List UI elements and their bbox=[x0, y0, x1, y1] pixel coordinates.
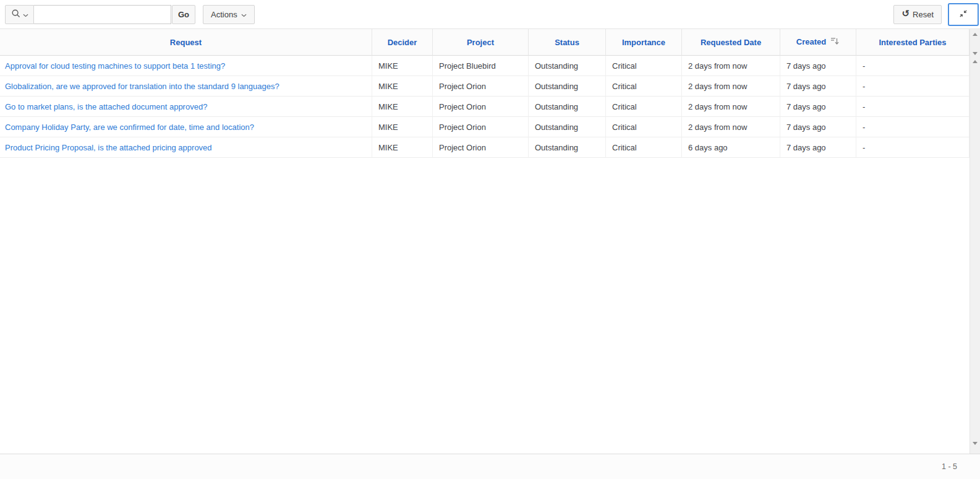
table-header-row: RequestDeciderProjectStatusImportanceReq… bbox=[0, 29, 969, 56]
cell-created: 7 days ago bbox=[780, 117, 856, 137]
chevron-down-icon bbox=[241, 10, 247, 19]
cell-interested_parties: - bbox=[856, 56, 969, 76]
search-bar: Go Actions bbox=[5, 5, 255, 24]
table-row: Product Pricing Proposal, is the attache… bbox=[0, 137, 969, 158]
cell-request: Approval for cloud testing machines to s… bbox=[0, 56, 372, 76]
cell-status: Outstanding bbox=[529, 137, 606, 158]
cell-request: Product Pricing Proposal, is the attache… bbox=[0, 137, 372, 158]
scroll-down-icon[interactable] bbox=[970, 52, 980, 55]
search-icon bbox=[11, 9, 21, 20]
chevron-down-icon bbox=[23, 10, 28, 19]
request-link[interactable]: Company Holiday Party, are we confirmed … bbox=[5, 123, 254, 132]
pagination-range: 1 - 5 bbox=[942, 462, 957, 471]
report-grid-region: RequestDeciderProjectStatusImportanceReq… bbox=[0, 29, 980, 454]
cell-interested_parties: - bbox=[856, 137, 969, 158]
collapse-arrows-icon bbox=[958, 9, 968, 20]
table-row: Approval for cloud testing machines to s… bbox=[0, 56, 969, 76]
search-input[interactable] bbox=[34, 5, 171, 24]
cell-requested_date: 2 days from now bbox=[682, 56, 780, 76]
column-header-created[interactable]: Created bbox=[780, 29, 856, 56]
cell-interested_parties: - bbox=[856, 97, 969, 117]
go-button[interactable]: Go bbox=[172, 5, 195, 24]
cell-interested_parties: - bbox=[856, 117, 969, 137]
reset-button-label: Reset bbox=[913, 10, 934, 19]
cell-request: Go to market plans, is the attached docu… bbox=[0, 97, 372, 117]
table-row: Company Holiday Party, are we confirmed … bbox=[0, 117, 969, 137]
undo-icon: ↺ bbox=[901, 9, 910, 19]
column-header-importance[interactable]: Importance bbox=[606, 29, 682, 56]
cell-requested_date: 6 days ago bbox=[682, 137, 780, 158]
request-link[interactable]: Approval for cloud testing machines to s… bbox=[5, 61, 225, 71]
cell-decider: MIKE bbox=[372, 97, 433, 117]
cell-importance: Critical bbox=[606, 117, 682, 137]
reset-button[interactable]: ↺ Reset bbox=[893, 5, 942, 24]
request-link[interactable]: Product Pricing Proposal, is the attache… bbox=[5, 143, 212, 152]
cell-requested_date: 2 days from now bbox=[682, 76, 780, 97]
vertical-scrollbar[interactable] bbox=[969, 29, 980, 454]
column-header-interested_parties[interactable]: Interested Parties bbox=[856, 29, 969, 56]
column-header-label: Project bbox=[467, 38, 494, 47]
cell-interested_parties: - bbox=[856, 76, 969, 97]
sort-descending-icon bbox=[829, 36, 840, 48]
cell-importance: Critical bbox=[606, 56, 682, 76]
scroll-up-icon[interactable] bbox=[970, 33, 980, 36]
cell-request: Globalization, are we approved for trans… bbox=[0, 76, 372, 97]
cell-importance: Critical bbox=[606, 76, 682, 97]
request-link[interactable]: Globalization, are we approved for trans… bbox=[5, 82, 279, 91]
column-header-project[interactable]: Project bbox=[433, 29, 529, 56]
cell-project: Project Orion bbox=[433, 117, 529, 137]
column-header-label: Status bbox=[555, 38, 579, 47]
cell-created: 7 days ago bbox=[780, 76, 856, 97]
column-header-decider[interactable]: Decider bbox=[372, 29, 433, 56]
cell-requested_date: 2 days from now bbox=[682, 97, 780, 117]
cell-status: Outstanding bbox=[529, 117, 606, 137]
column-header-label: Created bbox=[796, 37, 826, 46]
cell-importance: Critical bbox=[606, 137, 682, 158]
cell-decider: MIKE bbox=[372, 117, 433, 137]
cell-status: Outstanding bbox=[529, 56, 606, 76]
table-row: Go to market plans, is the attached docu… bbox=[0, 97, 969, 117]
actions-button[interactable]: Actions bbox=[203, 5, 255, 24]
report-footer: 1 - 5 bbox=[0, 454, 980, 479]
interactive-report-page: Go Actions ↺ Reset bbox=[0, 0, 980, 479]
cell-decider: MIKE bbox=[372, 137, 433, 158]
column-header-label: Request bbox=[170, 38, 202, 47]
cell-status: Outstanding bbox=[529, 76, 606, 97]
cell-status: Outstanding bbox=[529, 97, 606, 117]
column-header-status[interactable]: Status bbox=[529, 29, 606, 56]
column-header-request[interactable]: Request bbox=[0, 29, 372, 56]
actions-button-label: Actions bbox=[211, 10, 237, 19]
collapse-region-button[interactable] bbox=[948, 3, 979, 26]
report-toolbar: Go Actions ↺ Reset bbox=[0, 0, 980, 29]
search-column-select-button[interactable] bbox=[5, 5, 34, 24]
cell-decider: MIKE bbox=[372, 56, 433, 76]
cell-decider: MIKE bbox=[372, 76, 433, 97]
cell-project: Project Bluebird bbox=[433, 56, 529, 76]
cell-importance: Critical bbox=[606, 97, 682, 117]
request-link[interactable]: Go to market plans, is the attached docu… bbox=[5, 102, 207, 111]
column-header-label: Requested Date bbox=[701, 38, 761, 47]
column-header-label: Decider bbox=[388, 38, 417, 47]
cell-project: Project Orion bbox=[433, 97, 529, 117]
cell-created: 7 days ago bbox=[780, 137, 856, 158]
report-table: RequestDeciderProjectStatusImportanceReq… bbox=[0, 29, 969, 158]
cell-requested_date: 2 days from now bbox=[682, 117, 780, 137]
scroll-down-icon[interactable] bbox=[970, 442, 980, 445]
cell-project: Project Orion bbox=[433, 76, 529, 97]
cell-created: 7 days ago bbox=[780, 56, 856, 76]
column-header-requested_date[interactable]: Requested Date bbox=[682, 29, 780, 56]
column-header-label: Importance bbox=[622, 38, 665, 47]
cell-project: Project Orion bbox=[433, 137, 529, 158]
cell-request: Company Holiday Party, are we confirmed … bbox=[0, 117, 372, 137]
scroll-up-icon[interactable] bbox=[970, 60, 980, 63]
table-row: Globalization, are we approved for trans… bbox=[0, 76, 969, 97]
column-header-label: Interested Parties bbox=[879, 38, 946, 47]
cell-created: 7 days ago bbox=[780, 97, 856, 117]
